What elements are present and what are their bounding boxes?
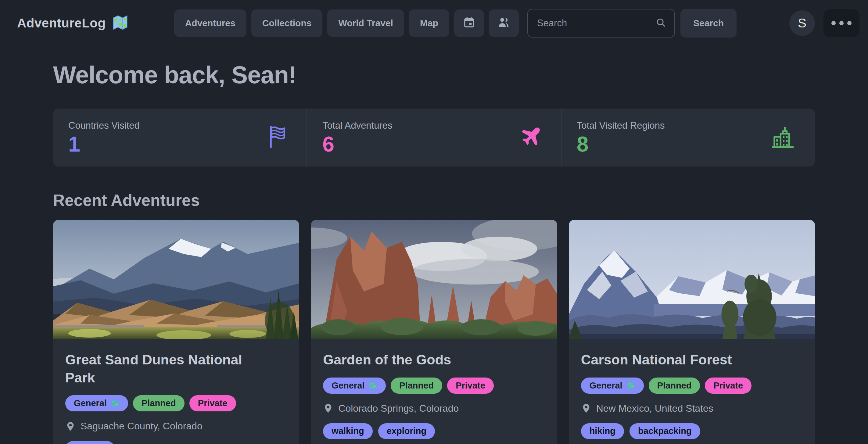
snowy-mountains-photo[interactable]	[569, 220, 815, 339]
main-content: Welcome back, Sean! Countries Visited 1 …	[0, 61, 868, 444]
badges-row: General Planned Private	[323, 378, 545, 394]
adventure-card[interactable]: Great Sand Dunes National Park General P…	[53, 220, 299, 444]
stat-total-visited-regions: Total Visited Regions 8	[561, 108, 815, 166]
stat-value: 8	[577, 133, 800, 155]
location-row: New Mexico, United States	[581, 403, 803, 414]
visibility-badge: Private	[447, 378, 494, 394]
search-field-wrap	[527, 9, 675, 37]
card-body: Carson National Forest General Planned P…	[569, 339, 815, 444]
visibility-badge: Private	[705, 378, 751, 394]
activity-tag: backpacking	[629, 423, 700, 439]
stat-title: Total Visited Regions	[577, 120, 800, 131]
location-text: New Mexico, United States	[596, 403, 713, 414]
location-row: Saguache County, Colorado	[65, 420, 287, 432]
nav-collections-button[interactable]: Collections	[251, 9, 323, 37]
badges-row: General Planned Private	[581, 378, 803, 394]
map-emoji-icon	[111, 14, 129, 33]
search-button[interactable]: Search	[680, 9, 737, 37]
badge-label: General	[74, 398, 107, 408]
stat-value: 6	[322, 133, 545, 155]
adventure-title[interactable]: Garden of the Gods	[323, 351, 521, 369]
adventure-title[interactable]: Great Sand Dunes National Park	[65, 351, 264, 387]
overflow-menu-button[interactable]	[824, 9, 860, 37]
users-button[interactable]	[489, 9, 519, 37]
tags-row: walking	[65, 441, 287, 444]
adventure-card[interactable]: Carson National Forest General Planned P…	[569, 220, 815, 444]
activity-tag: exploring	[378, 423, 435, 439]
activity-tag: walking	[65, 441, 115, 444]
location-text: Colorado Springs, Colorado	[338, 403, 459, 414]
sand-dunes-photo[interactable]	[53, 220, 299, 339]
adventure-title[interactable]: Carson National Forest	[581, 351, 779, 369]
flag-icon	[268, 125, 287, 150]
nav-map-button[interactable]: Map	[409, 9, 449, 37]
stats-panel: Countries Visited 1 Total Adventures 6	[53, 108, 815, 166]
user-avatar[interactable]: S	[789, 10, 815, 36]
plane-icon	[519, 126, 541, 150]
status-badge: Planned	[133, 395, 185, 411]
ellipsis-icon	[831, 21, 851, 25]
stat-total-adventures: Total Adventures 6	[307, 108, 561, 166]
location-row: Colorado Springs, Colorado	[323, 403, 545, 414]
stat-value: 1	[68, 133, 291, 155]
stat-title: Countries Visited	[68, 120, 291, 131]
welcome-heading: Welcome back, Sean!	[53, 61, 815, 89]
status-badge: Planned	[391, 378, 442, 394]
calendar-icon	[463, 16, 475, 31]
calendar-button[interactable]	[454, 9, 484, 37]
recent-adventures-heading: Recent Adventures	[53, 191, 815, 210]
badges-row: General Planned Private	[65, 395, 287, 411]
app-title: AdventureLog	[17, 16, 106, 31]
adventure-card[interactable]: Garden of the Gods General Planned Priva…	[311, 220, 557, 444]
tags-row: walking exploring	[323, 423, 545, 439]
badge-label: General	[590, 381, 622, 391]
search-icon	[655, 17, 666, 29]
category-badge: General	[323, 378, 386, 394]
nav-world-travel-button[interactable]: World Travel	[327, 9, 404, 37]
location-pin-icon	[581, 403, 591, 413]
category-badge: General	[581, 378, 644, 394]
card-body: Garden of the Gods General Planned Priva…	[311, 339, 557, 444]
search-area: Search	[527, 9, 737, 37]
nav-adventures-button[interactable]: Adventures	[174, 9, 246, 37]
users-icon	[497, 16, 510, 31]
globe-icon	[111, 399, 120, 408]
globe-icon	[626, 381, 635, 390]
card-body: Great Sand Dunes National Park General P…	[53, 339, 299, 444]
stat-countries-visited: Countries Visited 1	[53, 108, 307, 166]
adventure-cards-grid: Great Sand Dunes National Park General P…	[53, 220, 815, 444]
location-pin-icon	[65, 421, 75, 432]
globe-icon	[368, 381, 377, 390]
tags-row: hiking backpacking	[581, 423, 803, 439]
primary-nav: Adventures Collections World Travel Map	[174, 9, 519, 37]
activity-tag: hiking	[581, 423, 624, 439]
stat-title: Total Adventures	[322, 120, 545, 131]
visibility-badge: Private	[189, 395, 236, 411]
category-badge: General	[65, 395, 128, 411]
location-pin-icon	[323, 403, 333, 413]
badge-label: General	[332, 381, 365, 391]
search-input[interactable]	[527, 9, 675, 37]
top-navbar: AdventureLog Adventures Collections Worl…	[0, 0, 868, 46]
location-text: Saguache County, Colorado	[81, 420, 203, 432]
status-badge: Planned	[649, 378, 700, 394]
activity-tag: walking	[323, 423, 372, 439]
city-icon	[770, 124, 796, 151]
red-rock-spires-photo[interactable]	[311, 220, 557, 339]
app-logo[interactable]: AdventureLog	[17, 14, 129, 33]
